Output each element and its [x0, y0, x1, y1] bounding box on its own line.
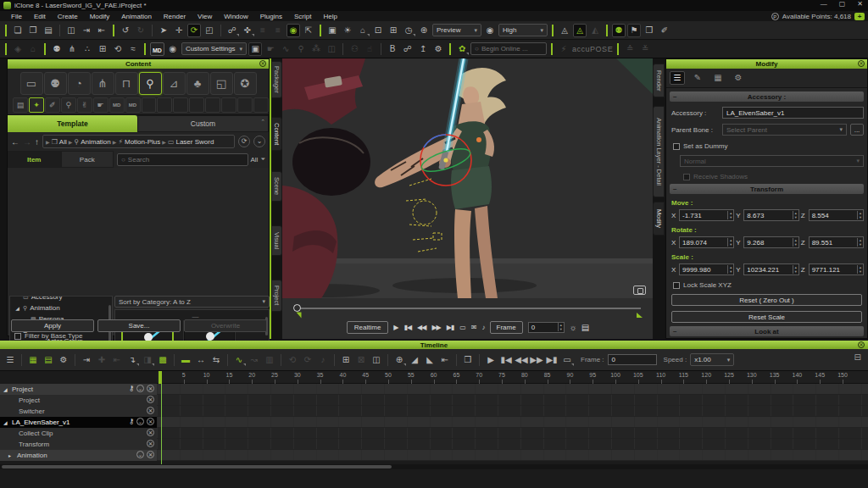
spinner[interactable]: ▲▼ — [857, 265, 863, 274]
fit-range-icon[interactable]: ⇤ — [438, 353, 452, 367]
spinner[interactable]: ▲▼ — [558, 323, 564, 331]
side-tab-scene[interactable]: Scene — [271, 171, 282, 202]
clip-icon[interactable]: ▩ — [156, 353, 170, 367]
panel-layout-icon[interactable]: ▣ — [326, 24, 339, 37]
accessory-section-bar[interactable]: − Accessory : — [670, 92, 864, 102]
viewport-scene[interactable] — [282, 58, 653, 298]
category-actor[interactable]: ⚉ — [44, 72, 67, 95]
grid-icon[interactable]: ⊞ — [96, 42, 109, 56]
close-icon[interactable]: ✕ — [259, 60, 266, 67]
apply-button[interactable]: Apply — [11, 319, 94, 332]
tab-custom[interactable]: Custom — [137, 115, 269, 132]
track-lane[interactable] — [157, 439, 868, 450]
storyboard-icon[interactable]: ❒ — [643, 24, 656, 37]
new-project-icon[interactable]: ❏ — [11, 24, 25, 37]
play-button[interactable]: ▶ — [393, 324, 398, 331]
track-lane[interactable] — [157, 417, 868, 428]
home-view-icon[interactable]: ⌂ — [356, 24, 370, 37]
collapse-minus-icon[interactable]: − — [673, 186, 677, 193]
modify-tab-physics[interactable]: ⚙ — [731, 71, 746, 85]
subcat-md1[interactable]: MD — [109, 97, 125, 113]
playhead-handle[interactable] — [159, 371, 162, 384]
quality-dropdown[interactable]: High▾ — [498, 24, 548, 36]
align-start-icon[interactable]: ◢ — [408, 353, 421, 367]
modify-tab-general[interactable]: ☰ — [670, 71, 685, 85]
timeline-panel-icon[interactable]: ⊟ — [854, 352, 861, 362]
tl-prev-frame-button[interactable]: ◀◀ — [515, 353, 528, 367]
camcorder-icon[interactable]: ◉ — [483, 24, 497, 37]
probe-icon[interactable]: ⊕ — [417, 24, 431, 37]
tl-next-frame-button[interactable]: ▶▶ — [530, 353, 543, 367]
import-icon[interactable]: ⇤ — [95, 24, 108, 37]
track-lane[interactable] — [157, 450, 868, 461]
spinner[interactable]: ▲▼ — [857, 211, 863, 219]
timeline-lanes[interactable] — [157, 384, 868, 461]
side-tab-visual[interactable]: Visual — [271, 225, 282, 256]
frame-input[interactable]: 0 ▲▼ — [528, 322, 565, 333]
tab-item[interactable]: Item — [8, 151, 61, 168]
move-tool-icon[interactable]: ✛ — [172, 24, 186, 37]
spinner[interactable]: ▲▼ — [793, 211, 798, 219]
side-tab-animation-layer---detail[interactable]: Animation Layer - Detail — [653, 106, 665, 197]
projection-a-icon[interactable]: ◬ — [558, 24, 571, 37]
category-stage[interactable]: ⊿ — [163, 72, 186, 95]
track-close-icon[interactable]: ✕ — [147, 429, 154, 436]
subcat-template[interactable]: ▤ — [13, 97, 28, 113]
subcat-gesture[interactable]: ☛ — [93, 97, 108, 113]
track-lane[interactable] — [157, 395, 868, 406]
slider-track[interactable] — [298, 308, 641, 309]
side-tab-packager[interactable]: Packager — [271, 61, 282, 98]
category-props[interactable]: ◱ — [210, 72, 233, 95]
first-frame-button[interactable]: ▮◀ — [404, 324, 412, 331]
export-icon[interactable]: ⇥ — [80, 24, 93, 37]
crumb-all[interactable]: ❒All — [52, 138, 67, 146]
select-tool-icon[interactable]: ➤ — [157, 24, 170, 37]
track-collapse-icon[interactable]: ⌄ — [136, 451, 144, 458]
close-icon[interactable]: ✕ — [858, 341, 865, 348]
side-tab-render[interactable]: Render — [653, 64, 665, 97]
insert-frame-icon[interactable]: ↴ — [125, 353, 139, 367]
track-expand-icon[interactable]: ◢ — [3, 386, 9, 392]
key-icon[interactable]: ⚷ — [129, 418, 134, 425]
accessory-name-input[interactable]: LA_ElvenSaber_v1 — [722, 107, 864, 119]
object-related-icon[interactable]: ⚙ — [57, 353, 70, 367]
side-tab-content[interactable]: Content — [271, 117, 282, 151]
tab-pack[interactable]: Pack — [61, 151, 114, 168]
collect-clip-icon[interactable]: ▦ — [26, 353, 40, 367]
cycle-icon[interactable]: ⟲ — [111, 42, 125, 56]
loop-button[interactable]: ▭ — [459, 324, 465, 331]
modify-tab-material[interactable]: ▦ — [710, 71, 726, 85]
category-effects[interactable]: ✪ — [234, 72, 257, 95]
pick-parent-button[interactable]: ... — [850, 124, 864, 136]
curve-editor-icon[interactable]: ∿ — [232, 353, 246, 367]
range-icon[interactable]: ▬ — [179, 353, 192, 367]
link-tool-icon[interactable]: ☍ — [225, 24, 239, 37]
breadcrumb-expand-icon[interactable]: ⌄ — [253, 136, 265, 147]
category-set[interactable]: ⊓ — [115, 72, 138, 95]
track-project[interactable]: Project✕ — [0, 395, 157, 406]
undo-icon[interactable]: ↺ — [119, 24, 132, 37]
camera-view-icon[interactable] — [633, 286, 646, 295]
subcat-pose[interactable]: ⚲ — [61, 97, 76, 113]
track-expand-icon[interactable]: ▸ — [8, 452, 14, 458]
tree-item-accessory[interactable]: ▭Accessory — [10, 296, 112, 302]
scale-y-input[interactable]: 10234.221▲▼ — [743, 263, 798, 275]
light-icon[interactable]: ☀ — [341, 24, 354, 37]
track-lane[interactable] — [157, 384, 868, 395]
move-x-input[interactable]: -1.731▲▼ — [679, 209, 734, 221]
filter-all-dropdown[interactable]: All — [251, 156, 259, 164]
online-search-input[interactable]: ○Begin Online ... — [470, 42, 547, 55]
menu-animation[interactable]: Animation — [115, 13, 158, 20]
category-animation[interactable]: ⚲ — [139, 72, 162, 95]
menu-script[interactable]: Script — [288, 13, 317, 20]
refresh-icon[interactable]: ⟳ — [238, 136, 250, 147]
tl-last-frame-button[interactable]: ▶▮ — [545, 353, 559, 367]
track-project[interactable]: ◢Project⚷⌄✕ — [0, 384, 157, 395]
filter-funnel-icon[interactable]: ⏷ — [260, 156, 265, 163]
last-frame-button[interactable]: ▶▮ — [447, 324, 454, 331]
checkbox-box[interactable] — [673, 143, 680, 150]
spinner[interactable]: ▲▼ — [793, 265, 798, 274]
menu-plugins[interactable]: Plugins — [254, 13, 288, 20]
subcat-creature[interactable]: ✦ — [29, 97, 44, 113]
crumb-laser-sword[interactable]: ▭Laser Sword — [168, 138, 214, 146]
